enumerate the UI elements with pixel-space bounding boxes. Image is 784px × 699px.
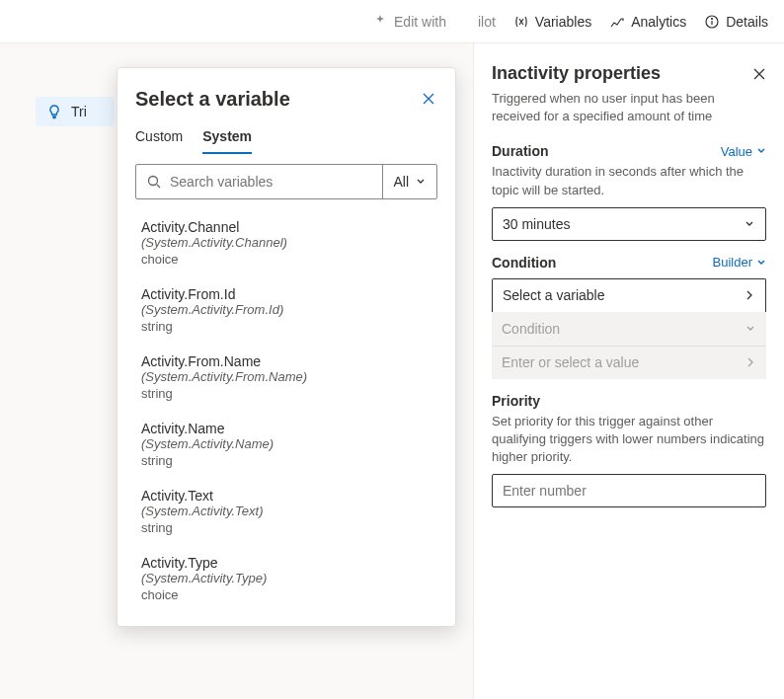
filter-dropdown[interactable]: All [382, 165, 436, 198]
variable-type: choice [141, 587, 449, 602]
variable-name: Activity.From.Id [141, 286, 449, 302]
priority-help: Set priority for this trigger against ot… [492, 413, 766, 467]
toolbar-label: Variables [535, 14, 591, 30]
variable-type: choice [141, 252, 449, 267]
trigger-label-text: Tri [71, 104, 87, 119]
chevron-down-icon [744, 218, 755, 230]
variable-name: Activity.From.Name [141, 353, 449, 369]
popup-title: Select a variable [135, 88, 290, 111]
chevron-down-icon [745, 323, 756, 335]
variable-system-name: (System.Activity.Text) [141, 504, 449, 518]
variable-type: string [141, 453, 449, 468]
search-row: All [135, 164, 437, 199]
lightbulb-icon [45, 103, 63, 120]
chevron-right-icon [745, 356, 756, 368]
variable-system-name: (System.Activity.Channel) [141, 235, 449, 250]
condition-title: Condition [492, 255, 556, 271]
variable-name: Activity.Text [141, 488, 449, 504]
tab-system[interactable]: System [202, 128, 252, 154]
variable-name: Activity.Channel [141, 219, 449, 235]
select-variable-button[interactable]: Select a variable [492, 278, 766, 312]
variable-system-name: (System.Activity.Type) [141, 571, 449, 585]
top-toolbar: Edit with ilot Variables Analytics Detai… [0, 0, 784, 43]
condition-value-placeholder: Enter or select a value [502, 354, 639, 370]
search-input[interactable] [170, 174, 372, 190]
toolbar-label-suffix: ilot [478, 14, 496, 30]
variable-item[interactable]: Activity.Name(System.Activity.Name)strin… [135, 411, 455, 478]
select-variable-label: Select a variable [503, 287, 605, 303]
variable-item[interactable]: Activity.Channel(System.Activity.Channel… [135, 209, 455, 276]
sparkle-icon [372, 14, 388, 30]
duration-mode-label: Value [721, 144, 752, 159]
condition-mode-toggle[interactable]: Builder [713, 255, 766, 270]
svg-line-4 [157, 185, 160, 188]
variable-type: string [141, 319, 449, 334]
condition-mode-label: Builder [713, 255, 752, 270]
chevron-down-icon [415, 176, 427, 188]
edit-with-copilot-button[interactable]: Edit with ilot [372, 14, 496, 30]
variable-item[interactable]: Activity.Text(System.Activity.Text)strin… [135, 478, 455, 545]
variable-item[interactable]: Activity.From.Id(System.Activity.From.Id… [135, 276, 455, 344]
properties-panel: Inactivity properties Triggered when no … [473, 43, 784, 699]
tab-custom[interactable]: Custom [135, 128, 183, 154]
chevron-right-icon [744, 289, 755, 301]
variables-icon [513, 14, 529, 30]
duration-value: 30 minutes [503, 216, 570, 232]
toolbar-label: Edit with [394, 14, 446, 30]
analytics-icon [609, 14, 625, 30]
panel-title: Inactivity properties [492, 63, 661, 84]
close-icon[interactable] [752, 67, 766, 81]
trigger-chip[interactable]: Tri [36, 97, 115, 126]
condition-operator-placeholder: Condition [502, 321, 560, 337]
svg-point-2 [712, 18, 713, 19]
variable-name: Activity.Name [141, 421, 449, 436]
main-area: Tri zZ In Inactivity properties Triggere… [0, 43, 784, 699]
variable-item[interactable]: Activity.From.Name(System.Activity.From.… [135, 344, 455, 411]
search-icon [146, 174, 162, 190]
variable-item[interactable]: Bot.Name(System.Bot.Name) [135, 612, 455, 618]
analytics-button[interactable]: Analytics [609, 14, 686, 30]
close-icon[interactable] [422, 92, 437, 108]
toolbar-label: Analytics [631, 14, 686, 30]
variable-item[interactable]: Activity.Type(System.Activity.Type)choic… [135, 545, 455, 612]
details-button[interactable]: Details [704, 14, 768, 30]
priority-title: Priority [492, 393, 540, 409]
condition-operator-dropdown[interactable]: Condition [492, 312, 766, 346]
variable-name: Activity.Type [141, 555, 449, 571]
variable-list[interactable]: Activity.Channel(System.Activity.Channel… [118, 203, 455, 618]
duration-mode-toggle[interactable]: Value [721, 144, 766, 159]
variable-system-name: (System.Activity.Name) [141, 436, 449, 451]
variables-button[interactable]: Variables [513, 14, 591, 30]
variable-system-name: (System.Activity.From.Id) [141, 302, 449, 317]
priority-input[interactable] [492, 474, 766, 507]
duration-title: Duration [492, 143, 549, 159]
variable-system-name: (System.Activity.From.Name) [141, 369, 449, 384]
filter-label: All [393, 174, 409, 190]
duration-help: Inactivity duration in seconds after whi… [492, 163, 766, 198]
condition-value-field[interactable]: Enter or select a value [492, 346, 766, 379]
duration-dropdown[interactable]: 30 minutes [492, 207, 766, 241]
svg-point-3 [149, 177, 158, 186]
variable-type: string [141, 386, 449, 401]
select-variable-popup: Select a variable Custom System All Acti… [117, 67, 456, 627]
info-icon [704, 14, 720, 30]
variable-type: string [141, 520, 449, 535]
panel-description: Triggered when no user input has been re… [492, 90, 766, 125]
toolbar-label: Details [726, 14, 768, 30]
